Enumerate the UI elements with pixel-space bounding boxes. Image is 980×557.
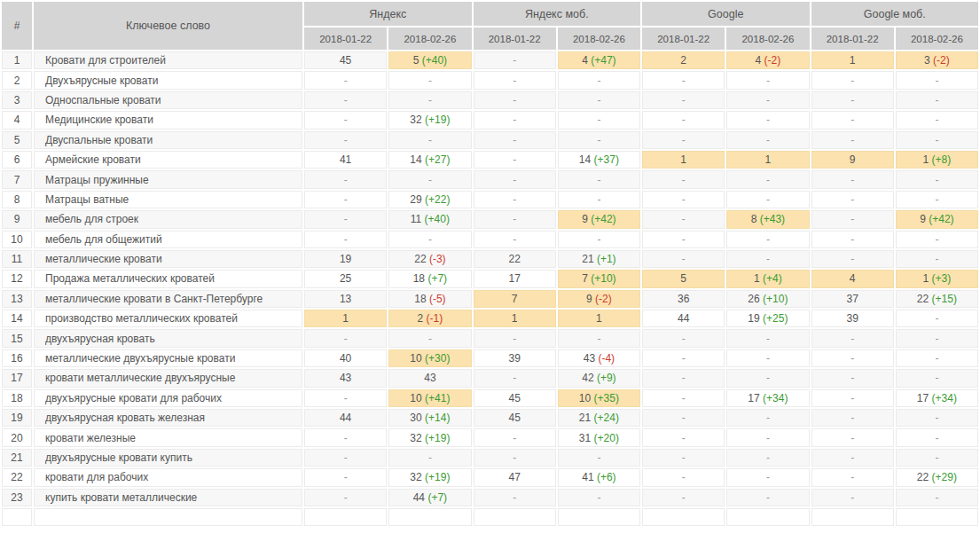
- no-rank-dash: -: [851, 471, 854, 483]
- row-number-cell: 8: [2, 191, 32, 208]
- rank-cell: 7: [474, 290, 556, 308]
- rank-change: (+27): [422, 153, 451, 166]
- no-rank-dash: -: [851, 174, 854, 186]
- no-rank-dash: -: [682, 114, 686, 126]
- rank-cell: -: [304, 111, 387, 129]
- rank-cell: -: [642, 231, 725, 248]
- rank-cell: -: [558, 131, 640, 149]
- rank-cell: 1: [726, 151, 809, 169]
- rank-value: 44: [340, 412, 351, 424]
- rank-cell: -: [388, 91, 471, 109]
- table-body: 1Кровати для строителей455 (+40)-4 (+47)…: [2, 51, 978, 526]
- rank-change: (-5): [427, 293, 446, 305]
- rank-cell: 41 (+6): [558, 468, 640, 486]
- no-rank-dash: -: [344, 491, 348, 504]
- rank-change: (+6): [594, 471, 616, 483]
- table-row: 5Двуспальные кровати--------: [2, 131, 978, 149]
- rank-cell: -: [642, 91, 725, 109]
- no-rank-dash: -: [682, 372, 686, 384]
- rank-cell: 36: [642, 290, 725, 308]
- rank-cell: 21 (+24): [558, 409, 640, 427]
- rank-cell: -: [811, 468, 894, 486]
- rank-cell: -: [642, 170, 725, 188]
- rank-cell: -: [811, 489, 894, 506]
- no-rank-dash: -: [428, 134, 432, 146]
- no-rank-dash: -: [513, 94, 516, 106]
- table-row: 9мебель для строек-11 (+40)-9 (+42)-8 (+…: [2, 210, 978, 228]
- rank-cell: 8 (+43): [726, 210, 809, 228]
- rank-cell: -: [474, 210, 556, 228]
- rank-cell: 1 (+8): [896, 151, 978, 169]
- no-rank-dash: -: [344, 432, 348, 444]
- rank-cell: 9 (-2): [558, 290, 640, 308]
- no-rank-dash: -: [513, 451, 516, 464]
- no-rank-dash: -: [513, 233, 516, 246]
- keyword-cell: двухъярусные кровати купить: [34, 449, 302, 467]
- rank-change: (+37): [591, 153, 619, 166]
- rank-cell: -: [811, 349, 894, 367]
- rank-value: 19: [748, 312, 759, 325]
- rank-cell: 5 (+40): [388, 51, 471, 69]
- rank-cell: -: [642, 71, 725, 89]
- keyword-cell: производство металлических кроватей: [34, 310, 302, 327]
- rank-cell: 44: [642, 310, 725, 327]
- no-rank-dash: -: [682, 134, 686, 146]
- no-rank-dash: -: [344, 114, 348, 126]
- rank-cell: -: [726, 449, 809, 467]
- rank-value: 22: [414, 253, 426, 265]
- rank-cell: -: [726, 170, 809, 188]
- rank-change: (-4): [595, 352, 615, 365]
- rank-value: 21: [582, 253, 593, 265]
- no-rank-dash: -: [428, 94, 432, 106]
- rank-cell: -: [474, 489, 556, 506]
- keyword-cell: двухъярусные кровати для рабочих: [34, 389, 302, 407]
- rank-cell: -: [896, 329, 978, 347]
- rank-cell: -: [304, 131, 387, 149]
- rank-cell: -: [896, 91, 978, 109]
- rank-cell: -: [726, 369, 809, 387]
- rank-cell: 45: [474, 389, 556, 407]
- row-number-cell: 11: [2, 250, 32, 268]
- rank-cell: -: [811, 191, 894, 208]
- rank-cell: -: [811, 449, 894, 467]
- no-rank-dash: -: [513, 372, 516, 384]
- rank-cell: 9 (+42): [558, 210, 640, 228]
- rank-cell: 19: [304, 250, 387, 268]
- rank-cell: 1: [558, 310, 640, 327]
- rank-value: 44: [678, 312, 689, 325]
- rank-cell: 3 (-2): [896, 51, 978, 69]
- rank-cell: -: [304, 231, 387, 248]
- no-rank-dash: -: [935, 412, 938, 424]
- rank-cell: -: [726, 231, 809, 248]
- rank-cell: 42 (+9): [558, 369, 640, 387]
- rank-cell: -: [642, 369, 725, 387]
- row-number-cell: 5: [2, 131, 32, 149]
- rank-cell: 32 (+19): [388, 428, 471, 446]
- rank-cell: 45: [304, 51, 387, 69]
- no-rank-dash: -: [597, 114, 600, 126]
- row-number-cell: 14: [2, 310, 32, 327]
- rank-value: 26: [748, 293, 759, 305]
- rank-cell: 43: [304, 369, 387, 387]
- keyword-cell: кровати для рабочих: [34, 468, 302, 486]
- rank-cell: 4 (+47): [558, 51, 640, 69]
- no-rank-dash: -: [935, 114, 938, 126]
- no-rank-dash: -: [513, 491, 516, 504]
- rank-change: (+10): [760, 293, 788, 305]
- rank-cell: -: [474, 449, 556, 467]
- table-row: 3Односпальные кровати--------: [2, 91, 978, 109]
- rank-cell: [474, 508, 556, 526]
- no-rank-dash: -: [344, 193, 348, 206]
- rank-cell: -: [726, 428, 809, 446]
- rank-cell: -: [558, 449, 640, 467]
- rank-cell: -: [896, 369, 978, 387]
- no-rank-dash: -: [935, 451, 938, 464]
- table-row: 1Кровати для строителей455 (+40)-4 (+47)…: [2, 51, 978, 69]
- row-number-cell: 18: [2, 389, 32, 407]
- rank-cell: -: [811, 71, 894, 89]
- row-number-cell: 19: [2, 409, 32, 427]
- rank-cell: 1 (+4): [726, 270, 809, 287]
- no-rank-dash: -: [851, 75, 854, 87]
- rank-change: (+40): [421, 213, 450, 225]
- no-rank-dash: -: [682, 491, 686, 504]
